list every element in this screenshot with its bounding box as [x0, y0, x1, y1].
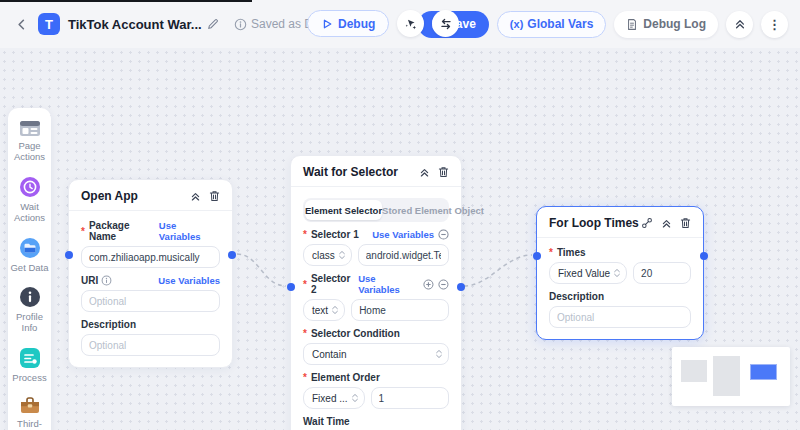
node-for-loop-times[interactable]: For Loop Times Times Fixed Value Descrip… [536, 206, 704, 340]
back-button[interactable] [12, 15, 30, 33]
delete-node-icon[interactable] [438, 166, 449, 178]
field-label-selector1: Selector 1 [303, 229, 359, 240]
workflow-title: TikTok Account War... [68, 17, 198, 32]
link-loop-icon[interactable] [641, 217, 653, 229]
port-left[interactable] [65, 251, 73, 259]
sidebar-item-profile-info[interactable]: Profile Info [10, 286, 49, 334]
clock-icon [19, 176, 41, 198]
use-variables-link[interactable]: Use Variables [358, 273, 419, 295]
double-chevron-up-icon [734, 18, 746, 30]
selector1-key-select[interactable]: class [303, 244, 352, 266]
log-file-icon [626, 18, 638, 31]
times-value-input[interactable] [633, 262, 691, 284]
swap-arrows-icon [439, 17, 453, 31]
use-variables-link[interactable]: Use Variables [372, 229, 434, 240]
updown-caret-icon [351, 392, 359, 404]
times-mode-select[interactable]: Fixed Value [549, 262, 627, 284]
minimap-node-open-app [681, 360, 707, 382]
top-toolbar: T TikTok Account War... Saved as Draft D… [0, 0, 800, 48]
tab-element-selector[interactable]: Element Selector [305, 200, 382, 220]
debug-log-button[interactable]: Debug Log [614, 11, 718, 38]
remove-selector-icon[interactable] [438, 279, 449, 290]
browser-window-icon [19, 120, 41, 137]
node-open-app[interactable]: Open App Package Name Use Variables URI … [68, 179, 233, 368]
selector-mode-tabs: Element Selector Stored Element Object [303, 198, 449, 222]
node-title: Open App [81, 189, 138, 203]
use-variables-link[interactable]: Use Variables [159, 220, 220, 242]
minimap-node-for-loop-times [750, 364, 777, 380]
collapse-toolbar-button[interactable] [726, 11, 753, 38]
swap-view-button[interactable] [432, 10, 459, 37]
minimap[interactable] [672, 347, 790, 406]
toolbox-icon [19, 396, 41, 415]
element-order-mode-select[interactable]: Fixed ... [303, 387, 365, 409]
info-icon [234, 18, 247, 31]
global-vars-button[interactable]: (x) Global Vars [497, 11, 606, 38]
minimap-node-wait-for-selector [713, 356, 740, 396]
delete-node-icon[interactable] [680, 217, 691, 229]
field-label-selector-condition: Selector Condition [303, 328, 400, 339]
selector-condition-select[interactable]: Contain [303, 343, 449, 365]
port-right[interactable] [457, 283, 465, 291]
collapse-node-icon[interactable] [190, 191, 201, 202]
selector1-value-input[interactable] [358, 244, 449, 266]
field-label-wait-time: Wait Time [303, 416, 350, 427]
use-variables-link[interactable]: Use Variables [158, 275, 220, 286]
play-icon [321, 18, 333, 30]
node-title: For Loop Times [549, 216, 639, 230]
sidebar-item-third-party-tools[interactable]: Third-party Tools [10, 396, 49, 430]
selector2-value-input[interactable] [351, 299, 449, 321]
port-right[interactable] [700, 252, 708, 260]
kebab-icon: ⋮ [768, 17, 781, 32]
cursor-sparkle-icon [404, 17, 418, 31]
package-name-input[interactable] [81, 246, 220, 268]
sidebar-item-wait-actions[interactable]: Wait Actions [10, 176, 49, 224]
sidebar-item-process[interactable]: Process [10, 347, 49, 383]
action-palette-sidebar: Page Actions Wait Actions Get Data Profi… [8, 108, 51, 430]
debug-button[interactable]: Debug [307, 10, 389, 37]
description-input[interactable] [549, 306, 691, 328]
workflow-logo: T [38, 13, 60, 35]
port-left[interactable] [533, 252, 541, 260]
sidebar-item-get-data[interactable]: Get Data [10, 237, 49, 273]
info-circle-icon [19, 286, 41, 308]
updown-caret-icon [338, 249, 346, 261]
uri-info-icon [101, 275, 112, 286]
workflow-canvas[interactable]: Page Actions Wait Actions Get Data Profi… [0, 48, 800, 430]
element-order-input[interactable] [371, 387, 449, 409]
process-flow-icon [19, 347, 41, 369]
updown-caret-icon [331, 304, 339, 316]
field-label-description: Description [549, 291, 604, 302]
collapse-node-icon[interactable] [661, 218, 672, 229]
collapse-node-icon[interactable] [419, 167, 430, 178]
uri-input[interactable] [81, 290, 220, 312]
add-selector-icon[interactable] [423, 279, 434, 290]
edit-title-icon[interactable] [206, 17, 220, 31]
selector2-key-select[interactable]: text [303, 299, 345, 321]
updown-caret-icon [435, 348, 443, 360]
data-folder-icon [19, 237, 41, 259]
edge-wait-to-forloop [464, 255, 532, 286]
global-vars-icon: (x) [510, 18, 523, 30]
field-label-element-order: Element Order [303, 372, 380, 383]
chevron-left-icon [14, 17, 29, 32]
field-label-package-name: Package Name [81, 220, 159, 242]
field-label-uri: URI [81, 275, 112, 286]
port-left[interactable] [287, 283, 295, 291]
updown-caret-icon [613, 267, 621, 279]
node-title: Wait for Selector [303, 165, 398, 179]
sidebar-item-page-actions[interactable]: Page Actions [10, 120, 49, 163]
port-right[interactable] [228, 251, 236, 259]
field-label-times: Times [549, 247, 586, 258]
description-input[interactable] [81, 334, 220, 356]
remove-selector-icon[interactable] [438, 229, 449, 240]
edge-openapp-to-wait [237, 254, 286, 286]
tab-stored-element-object[interactable]: Stored Element Object [382, 200, 484, 220]
field-label-selector2: Selector 2 [303, 273, 358, 295]
delete-node-icon[interactable] [209, 190, 220, 202]
window-top-edge [0, 0, 252, 2]
more-menu-button[interactable]: ⋮ [761, 11, 788, 38]
node-wait-for-selector[interactable]: Wait for Selector Element Selector Store… [290, 155, 462, 430]
ai-pointer-button[interactable] [397, 10, 424, 37]
field-label-description: Description [81, 319, 136, 330]
